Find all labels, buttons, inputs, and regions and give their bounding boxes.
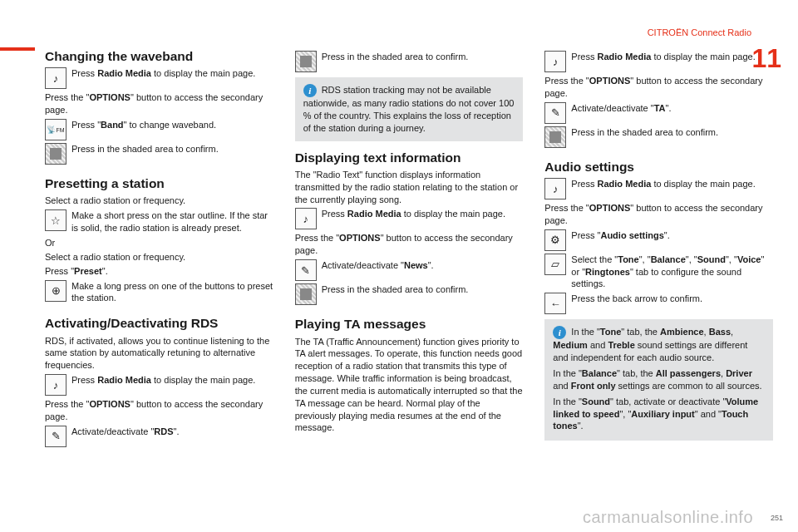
back-arrow-icon: ← [544,293,566,314]
music-note-icon: ♪ [544,178,566,200]
text-press-shade: Press in the shaded area to confirm. [71,143,273,155]
info-sound-text: In the "Sound" tab, activate or deactiva… [553,396,765,433]
content-columns: Changing the waveband ♪ Press Radio Medi… [45,48,773,499]
text-or: Or [45,237,273,249]
text-radio-media-c3b: Press Radio Media to display the main pa… [571,178,773,190]
text-options-secondary-c2: Press the "OPTIONS" button to access the… [295,232,524,257]
text-back: Press the back arrow to confirm. [571,293,773,305]
text-rds-intro: RDS, if activated, allows you to continu… [45,335,273,372]
text-audio-settings: Press "Audio settings". [571,229,773,242]
text-tabs: Select the "Tone", "Balance", "Sound", "… [571,254,773,291]
tone-icon: ▱ [544,254,566,275]
heading-preset: Presetting a station [45,175,273,191]
text-press-preset: Press "Preset". [45,265,273,278]
text-options-secondary-rds: Press the "OPTIONS" button to access the… [45,398,273,423]
check-icon: ✎ [45,426,66,447]
text-select-freq2: Select a radio station or frequency. [45,251,273,264]
column-2: Press in the shaded area to confirm. iRD… [295,48,524,499]
text-ta-toggle: Activate/deactivate "TA". [571,102,773,115]
text-radio-media-c2: Press Radio Media to display the main pa… [322,208,524,220]
music-note-icon: ♪ [45,67,66,89]
text-press-shade-c2b: Press in the shaded area to confirm. [322,283,524,296]
heading-audio: Audio settings [544,159,773,175]
heading-rds: Activating/Deactivating RDS [45,315,273,331]
text-band: Press "Band" to change waveband. [71,119,273,131]
check-icon: ✎ [544,102,566,124]
text-news-toggle: Activate/deactivate "News". [322,259,524,272]
text-star-press: Make a short press on the star outline. … [71,209,273,234]
info-icon: i [303,84,317,97]
text-options-secondary: Press the "OPTIONS" button to access the… [45,91,273,116]
check-icon: ✎ [295,259,317,281]
column-1: Changing the waveband ♪ Press Radio Medi… [45,48,273,499]
text-radio-media-c3a: Press Radio Media to display the main pa… [571,51,773,63]
heading-ta: Playing TA messages [295,316,524,332]
plus-icon: ⊕ [45,280,66,302]
info-icon: i [553,326,566,339]
text-options-secondary-c3a: Press the "OPTIONS" button to access the… [544,75,773,100]
info-box-audio: iIn the "Tone" tab, the Ambience, Bass, … [544,319,773,441]
heading-text-info: Displaying text information [295,150,524,165]
text-radio-media: Press Radio Media to display the main pa… [71,67,273,80]
shaded-area-icon [544,126,566,148]
info-balance-text: In the "Balance" tab, the All passengers… [553,367,765,392]
text-radio-media-rds: Press Radio Media to display the main pa… [71,374,273,387]
text-press-shade-c3: Press in the shaded area to confirm. [571,126,773,139]
text-long-press: Make a long press on one of the buttons … [71,280,273,305]
red-accent-tab [0,47,35,51]
page-number: 251 [771,514,783,522]
info-box-rds: iRDS station tracking may not be availab… [295,77,524,141]
heading-waveband: Changing the waveband [45,48,273,64]
text-press-shade-c2a: Press in the shaded area to confirm. [322,51,524,63]
text-rds-toggle: Activate/deactivate "RDS". [71,426,273,438]
info-rds-text: RDS station tracking may not be availabl… [303,85,515,133]
star-icon: ☆ [45,209,66,231]
header-brand: CITROËN Connect Radio [648,27,751,37]
fm-icon: 📡FM [45,119,66,140]
shaded-area-icon [45,143,66,165]
shaded-area-icon [295,283,317,305]
music-note-icon: ♪ [45,374,66,396]
gear-icon: ⚙ [544,229,566,251]
text-radiotext-intro: The "Radio Text" function displays infor… [295,169,524,206]
music-note-icon: ♪ [544,51,566,72]
text-ta-body: The TA (Traffic Announcement) function g… [295,336,524,435]
shaded-area-icon [295,51,317,72]
column-3: ♪ Press Radio Media to display the main … [544,48,773,499]
music-note-icon: ♪ [295,208,317,229]
info-tone-text: In the "Tone" tab, the Ambience, Bass, M… [553,327,747,362]
text-options-secondary-c3b: Press the "OPTIONS" button to access the… [544,202,773,227]
text-select-freq: Select a radio station or frequency. [45,195,273,207]
watermark: carmanualsonline.info [583,508,753,527]
